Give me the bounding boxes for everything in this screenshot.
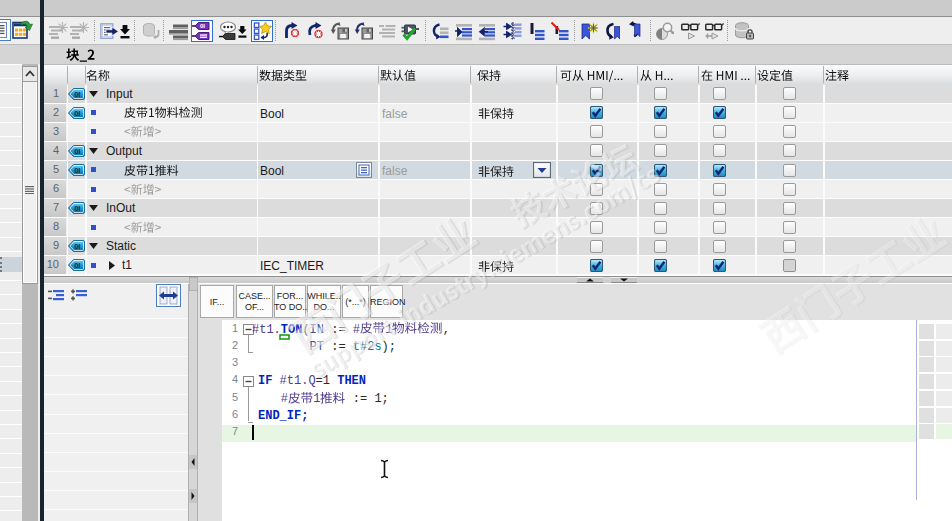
svg-text:0I: 0I — [74, 242, 80, 251]
svg-text:0I: 0I — [74, 261, 80, 270]
svg-text:0I: 0I — [200, 23, 205, 29]
svg-text:0I: 0I — [74, 166, 80, 175]
svg-text:0I: 0I — [74, 147, 80, 156]
svg-text:0I: 0I — [74, 204, 80, 213]
svg-text:0I: 0I — [74, 109, 80, 118]
svg-text:0I: 0I — [74, 90, 80, 99]
